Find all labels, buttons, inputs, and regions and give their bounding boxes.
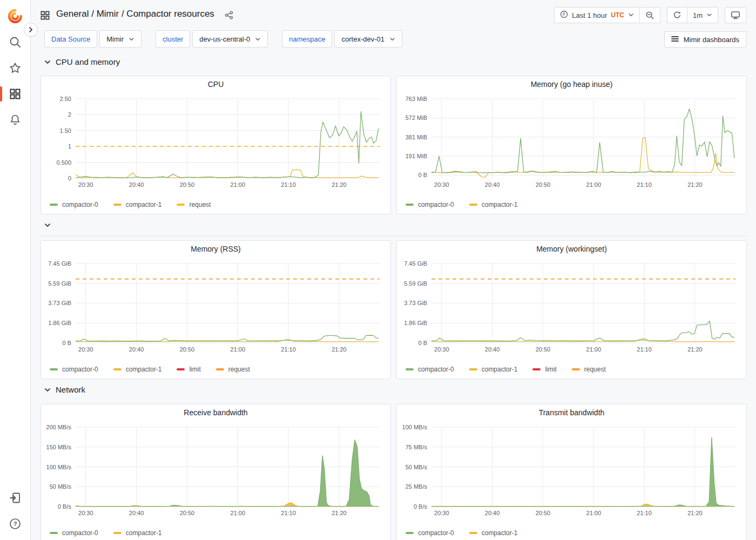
- svg-text:150 MB/s: 150 MB/s: [46, 444, 72, 450]
- variable: Data SourceMimir: [44, 30, 141, 48]
- svg-text:0 B: 0 B: [418, 340, 427, 346]
- legend-item[interactable]: request: [572, 366, 606, 373]
- memory-workingset-chart[interactable]: 0 B1.86 GiB3.73 GiB5.59 GiB7.45 GiB20:30…: [401, 257, 742, 354]
- svg-text:20:30: 20:30: [434, 346, 449, 353]
- chart-legend: compactor-0compactor-1: [50, 527, 386, 539]
- mimir-dashboards-label: Mimir dashboards: [684, 36, 739, 44]
- transmit-bandwidth-chart[interactable]: 0 B/s25 MB/s50 MB/s75 MB/s100 MB/s20:302…: [401, 421, 742, 517]
- svg-text:20:30: 20:30: [78, 181, 93, 188]
- help-icon[interactable]: ?: [0, 511, 30, 537]
- svg-text:20:30: 20:30: [78, 346, 93, 353]
- svg-text:20:40: 20:40: [129, 181, 144, 188]
- chart-legend: compactor-0compactor-1request: [50, 199, 386, 211]
- svg-text:7.45 GiB: 7.45 GiB: [404, 260, 427, 267]
- row-header-cpu-memory[interactable]: CPU and memory: [44, 57, 120, 66]
- svg-text:1.50: 1.50: [60, 127, 71, 134]
- variable-value-dropdown[interactable]: cortex-dev-01: [334, 30, 402, 48]
- dashboards-icon[interactable]: [0, 81, 30, 107]
- panel-title[interactable]: Receive bandwidth: [41, 408, 390, 417]
- alerting-bell-icon[interactable]: [0, 107, 30, 133]
- receive-bandwidth-chart[interactable]: 0 B/s50 MB/s100 MB/s150 MB/s200 MB/s20:3…: [45, 421, 386, 517]
- variable-value-dropdown[interactable]: Mimir: [99, 30, 141, 48]
- chart-svg: 00.50011.5022.5020:3020:4020:5021:0021:1…: [45, 92, 386, 189]
- legend-item[interactable]: compactor-0: [406, 366, 454, 373]
- row-header-network[interactable]: Network: [44, 385, 85, 394]
- svg-text:0 B: 0 B: [62, 340, 71, 346]
- panel-title[interactable]: Memory (workingset): [397, 245, 746, 253]
- mimir-dashboards-button[interactable]: Mimir dashboards: [664, 31, 746, 48]
- legend-item[interactable]: compactor-0: [50, 366, 98, 373]
- panel-title[interactable]: Memory (RSS): [41, 245, 390, 253]
- sidebar-expand-button[interactable]: [24, 23, 38, 37]
- svg-text:21:20: 21:20: [687, 346, 703, 353]
- chevron-down-icon: [255, 36, 261, 42]
- svg-text:0 B/s: 0 B/s: [58, 503, 72, 510]
- legend-item[interactable]: compactor-1: [113, 529, 162, 537]
- svg-text:21:00: 21:00: [586, 510, 602, 516]
- legend-item[interactable]: compactor-0: [50, 529, 98, 537]
- legend-item[interactable]: compactor-1: [113, 201, 162, 208]
- legend-item[interactable]: compactor-1: [469, 201, 518, 208]
- sign-in-icon[interactable]: [0, 485, 30, 511]
- chevron-down-icon: [44, 387, 51, 393]
- refresh-icon[interactable]: [667, 8, 687, 23]
- legend-item[interactable]: compactor-0: [406, 529, 454, 537]
- chevron-down-icon: [44, 59, 51, 65]
- memory-heap-chart[interactable]: 0 B191 MiB381 MiB572 MiB763 MiB20:3020:4…: [401, 92, 742, 189]
- variable: clusterdev-us-central-0: [156, 30, 268, 48]
- legend-item[interactable]: compactor-1: [113, 366, 162, 373]
- svg-text:50 MB/s: 50 MB/s: [50, 483, 72, 490]
- legend-item[interactable]: limit: [532, 366, 556, 373]
- cpu-chart[interactable]: 00.50011.5022.5020:3020:4020:5021:0021:1…: [45, 92, 386, 189]
- memory-rss-chart[interactable]: 0 B1.86 GiB3.73 GiB5.59 GiB7.45 GiB20:30…: [45, 257, 386, 354]
- legend-item[interactable]: limit: [177, 366, 200, 373]
- legend-item[interactable]: compactor-0: [406, 201, 454, 208]
- svg-text:21:10: 21:10: [637, 181, 652, 188]
- refresh-interval-dropdown[interactable]: 1m: [687, 8, 718, 23]
- svg-text:191 MiB: 191 MiB: [406, 153, 427, 159]
- share-icon[interactable]: [225, 11, 233, 22]
- svg-text:100 MB/s: 100 MB/s: [46, 464, 72, 470]
- svg-text:21:20: 21:20: [687, 510, 703, 516]
- dashboard-title[interactable]: General / Mimir / Compactor resources: [56, 9, 214, 19]
- svg-text:21:10: 21:10: [637, 346, 652, 353]
- svg-text:21:00: 21:00: [231, 181, 246, 188]
- svg-text:21:10: 21:10: [281, 346, 296, 353]
- legend-item[interactable]: request: [216, 366, 250, 373]
- legend-item[interactable]: compactor-1: [469, 529, 518, 537]
- panel-transmit-bandwidth: Transmit bandwidth 0 B/s25 MB/s50 MB/s75…: [396, 404, 747, 540]
- svg-text:21:00: 21:00: [586, 181, 602, 188]
- svg-text:0.500: 0.500: [56, 159, 71, 166]
- svg-text:20:40: 20:40: [129, 510, 144, 516]
- svg-text:20:30: 20:30: [78, 510, 93, 516]
- variable-value-dropdown[interactable]: dev-us-central-0: [192, 30, 268, 48]
- starred-icon[interactable]: [0, 55, 30, 81]
- svg-text:20:50: 20:50: [536, 181, 551, 188]
- svg-text:572 MiB: 572 MiB: [406, 114, 427, 121]
- svg-text:20:50: 20:50: [536, 510, 551, 516]
- chevron-down-icon: [129, 36, 134, 42]
- time-picker-button[interactable]: Last 1 hour UTC: [555, 8, 639, 23]
- svg-text:?: ?: [14, 521, 17, 527]
- legend-item[interactable]: compactor-1: [469, 366, 518, 373]
- row-header-untitled[interactable]: [44, 222, 56, 228]
- panel-title[interactable]: Memory (go heap inuse): [397, 80, 746, 89]
- panel-title[interactable]: CPU: [41, 80, 390, 89]
- chevron-down-icon: [44, 222, 51, 228]
- chart-legend: compactor-0compactor-1limitrequest: [50, 363, 386, 375]
- kiosk-monitor-icon[interactable]: [725, 8, 746, 23]
- svg-text:1.86 GiB: 1.86 GiB: [404, 320, 427, 326]
- panel-title[interactable]: Transmit bandwidth: [397, 408, 746, 417]
- svg-text:5.59 GiB: 5.59 GiB: [48, 280, 71, 287]
- svg-text:21:00: 21:00: [586, 346, 602, 353]
- grafana-logo[interactable]: [6, 7, 24, 25]
- svg-text:7.45 GiB: 7.45 GiB: [48, 260, 71, 267]
- legend-item[interactable]: request: [177, 201, 211, 208]
- chart-svg: 0 B/s25 MB/s50 MB/s75 MB/s100 MB/s20:302…: [401, 421, 742, 517]
- legend-item[interactable]: compactor-0: [50, 201, 98, 208]
- svg-text:200 MB/s: 200 MB/s: [46, 424, 72, 430]
- chart-svg: 0 B1.86 GiB3.73 GiB5.59 GiB7.45 GiB20:30…: [45, 257, 386, 354]
- svg-text:20:30: 20:30: [434, 181, 449, 188]
- zoom-out-icon[interactable]: [639, 8, 660, 23]
- chevron-down-icon: [389, 36, 395, 42]
